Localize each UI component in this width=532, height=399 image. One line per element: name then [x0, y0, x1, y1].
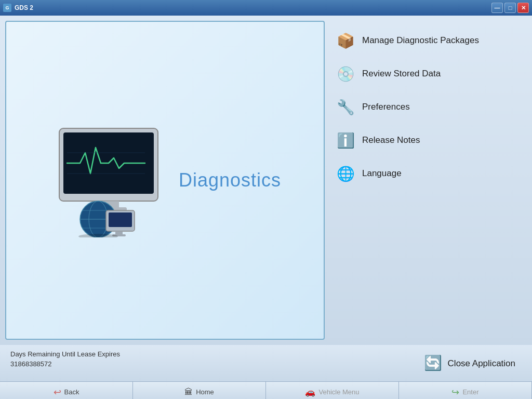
lease-value: 31868388572	[10, 360, 120, 368]
maximize-button[interactable]: □	[504, 3, 516, 13]
globe-icon: 🌐	[335, 163, 356, 184]
back-label: Back	[64, 388, 79, 396]
diagnostics-panel: Diagnostics	[5, 21, 325, 340]
menu-item-preferences[interactable]: 🔧 Preferences	[330, 92, 527, 122]
release-notes-label: Release Notes	[362, 135, 420, 145]
vehicle-menu-button[interactable]: 🚗 Vehicle Menu	[266, 382, 399, 399]
language-label: Language	[362, 168, 402, 179]
disc-icon: 💿	[335, 63, 356, 84]
wrench-icon: 🔧	[335, 97, 356, 117]
app-icon: G	[3, 4, 11, 12]
lease-label: Days Remaining Until Lease Expires	[10, 350, 120, 358]
vehicle-menu-label: Vehicle Menu	[318, 388, 359, 396]
diagnostics-image	[49, 123, 168, 237]
menu-item-manage-packages[interactable]: 📦 Manage Diagnostic Packages	[330, 26, 527, 55]
home-button[interactable]: 🏛 Home	[133, 382, 266, 399]
close-app-icon: 🔄	[424, 354, 443, 373]
info-icon: ℹ️	[335, 130, 356, 151]
bottom-buttons: Back 🏛 Home 🚗 Vehicle Menu Enter	[0, 381, 532, 399]
svg-rect-13	[115, 231, 123, 234]
menu-item-release-notes[interactable]: ℹ️ Release Notes	[330, 126, 527, 155]
minimize-button[interactable]: —	[491, 3, 503, 13]
home-icon: 🏛	[184, 388, 193, 397]
manage-packages-label: Manage Diagnostic Packages	[362, 35, 479, 46]
title-bar: G GDS 2 — □ ✕	[0, 0, 532, 16]
title-bar-left: G GDS 2	[3, 4, 33, 12]
enter-label: Enter	[462, 388, 478, 396]
home-label: Home	[196, 388, 214, 396]
right-panel: 📦 Manage Diagnostic Packages 💿 Review St…	[330, 21, 527, 340]
close-button[interactable]: ✕	[517, 3, 529, 13]
vehicle-icon: 🚗	[305, 387, 315, 397]
svg-rect-12	[109, 212, 132, 227]
main-content: Diagnostics 📦 Manage Diagnostic Packages…	[0, 16, 532, 345]
title-bar-controls: — □ ✕	[491, 3, 529, 13]
review-stored-data-label: Review Stored Data	[362, 69, 441, 79]
lease-info: Days Remaining Until Lease Expires 31868…	[10, 350, 120, 368]
enter-icon	[451, 387, 459, 398]
status-area: Days Remaining Until Lease Expires 31868…	[0, 345, 532, 381]
window-title: GDS 2	[15, 4, 33, 11]
back-button[interactable]: Back	[0, 382, 133, 399]
svg-point-15	[78, 234, 118, 237]
close-application-button[interactable]: 🔄 Close Application	[418, 350, 522, 377]
back-icon	[54, 387, 61, 398]
preferences-label: Preferences	[362, 102, 410, 112]
enter-button[interactable]: Enter	[399, 382, 532, 399]
package-icon: 📦	[335, 30, 356, 51]
diagnostics-title: Diagnostics	[179, 169, 281, 191]
close-app-label: Close Application	[448, 358, 515, 369]
menu-item-language[interactable]: 🌐 Language	[330, 159, 527, 188]
menu-item-review-stored-data[interactable]: 💿 Review Stored Data	[330, 59, 527, 88]
